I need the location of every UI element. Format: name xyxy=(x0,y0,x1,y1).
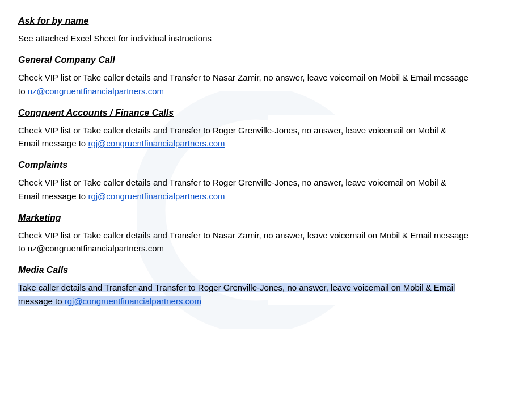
section-body-general-company-call: Check VIP list or Take caller details an… xyxy=(18,71,470,98)
page-content: Ask for by name See attached Excel Sheet… xyxy=(0,0,488,331)
section-ask-for-by-name: Ask for by name See attached Excel Sheet… xyxy=(18,16,470,45)
section-title-media-calls: Media Calls xyxy=(18,265,470,275)
section-congruent-accounts-finance-calls: Congruent Accounts / Finance Calls Check… xyxy=(18,108,470,150)
section-title-congruent-accounts: Congruent Accounts / Finance Calls xyxy=(18,108,470,118)
section-body-congruent-accounts: Check VIP list or Take caller details an… xyxy=(18,124,470,150)
email-link-rgj-congruent[interactable]: rgj@congruentfinancialpartners.com xyxy=(88,138,225,148)
body-text-pre-complaints: Check VIP list or Take caller details an… xyxy=(18,178,446,200)
section-body-marketing: Check VIP list or Take caller details an… xyxy=(18,229,470,255)
section-title-complaints: Complaints xyxy=(18,160,470,170)
section-body-ask-for-by-name: See attached Excel Sheet for individual … xyxy=(18,32,470,45)
section-complaints: Complaints Check VIP list or Take caller… xyxy=(18,160,470,203)
section-title-marketing: Marketing xyxy=(18,213,470,223)
email-link-rgj-complaints[interactable]: rgj@congruentfinancialpartners.com xyxy=(88,191,225,201)
body-text-pre-congruent: Check VIP list or Take caller details an… xyxy=(18,125,446,148)
section-media-calls: Media Calls Take caller details and Tran… xyxy=(18,265,470,308)
email-link-rgj-media[interactable]: rgj@congruentfinancialpartners.com xyxy=(65,296,201,306)
section-marketing: Marketing Check VIP list or Take caller … xyxy=(18,213,470,255)
section-body-media-calls: Take caller details and Transfer and Tra… xyxy=(18,281,470,308)
section-general-company-call: General Company Call Check VIP list or T… xyxy=(18,55,470,98)
section-title-general-company-call: General Company Call xyxy=(18,55,470,65)
section-body-complaints: Check VIP list or Take caller details an… xyxy=(18,176,470,203)
email-link-nz[interactable]: nz@congruentfinancialpartners.com xyxy=(28,86,164,96)
section-title-ask-for-by-name: Ask for by name xyxy=(18,16,470,26)
